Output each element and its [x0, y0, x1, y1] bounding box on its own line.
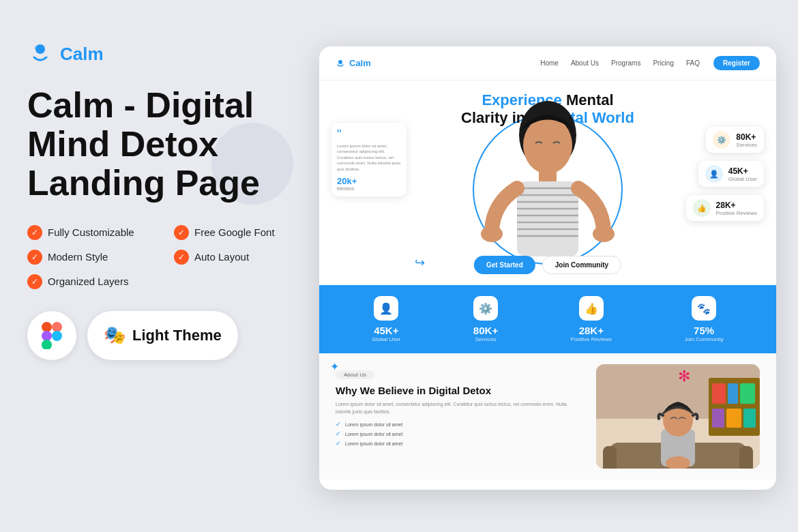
about-content: ✦ About Us Why We Believe in Digital Det…	[336, 364, 582, 469]
svg-rect-28	[740, 383, 755, 404]
stats-global-label: Global User	[372, 336, 400, 342]
meditation-person-svg	[479, 94, 616, 271]
stats-reviews-num: 28K+	[571, 325, 612, 336]
svg-rect-2	[42, 322, 52, 332]
site-logo: Calm	[336, 58, 371, 68]
about-section: ✦ About Us Why We Believe in Digital Det…	[319, 353, 776, 479]
figma-icon	[42, 322, 62, 349]
nav-pricing[interactable]: Pricing	[653, 59, 674, 67]
figma-badge	[27, 311, 76, 360]
about-list-item-3: Lorem ipsum dolor sit amet	[336, 440, 582, 447]
check-icon-4: ✓	[174, 250, 189, 265]
nav-links: Home About Us Programs Pricing FAQ	[540, 59, 700, 67]
about-person-image: ✻	[596, 364, 760, 469]
feature-label-4: Auto Layout	[194, 251, 249, 263]
quote-stat-num: 20k+	[337, 176, 401, 186]
svg-rect-3	[52, 322, 62, 332]
site-logo-text: Calm	[349, 58, 371, 68]
services-label: Services	[736, 142, 757, 148]
global-user-label: Global User	[728, 176, 757, 182]
stats-services-label: Services	[473, 336, 498, 342]
quote-text: Lorem ipsum dolor sit amet, consectetur …	[337, 143, 401, 172]
svg-point-7	[52, 331, 62, 341]
stats-bar: 👤 45K+ Global User ⚙️ 80K+ Services 👍 28…	[319, 285, 776, 353]
svg-point-8	[338, 60, 342, 64]
stats-reviews-icon: 👍	[579, 296, 604, 321]
quote-mark-icon: "	[337, 128, 401, 141]
stats-services-icon: ⚙️	[473, 296, 498, 321]
svg-point-10	[523, 117, 572, 174]
stats-global-icon: 👤	[374, 296, 398, 321]
calm-logo-icon	[27, 41, 53, 67]
svg-rect-34	[739, 446, 753, 469]
feature-modern-style: ✓ Modern Style	[27, 250, 167, 265]
feature-free-google-font: ✓ Free Google Font	[174, 225, 314, 240]
nav-about[interactable]: About Us	[571, 59, 599, 67]
features-grid: ✓ Fully Customizable ✓ Free Google Font …	[27, 225, 314, 289]
about-badge: About Us	[336, 370, 374, 379]
svg-rect-12	[517, 181, 578, 256]
main-title: Calm - Digital Mind Detox Landing Page	[27, 86, 314, 203]
reviews-num: 28K+	[716, 201, 757, 210]
stats-community-num: 75%	[684, 325, 723, 336]
stats-bar-community: 🐾 75% Join Community	[684, 296, 723, 342]
stat-card-reviews: 👍 28K+ Positive Reviews	[686, 195, 764, 221]
site-logo-icon	[336, 59, 345, 68]
get-started-button[interactable]: Get Started	[474, 256, 535, 274]
check-icon-2: ✓	[174, 225, 189, 240]
check-icon-5: ✓	[27, 274, 42, 289]
join-community-button[interactable]: Join Community	[542, 256, 621, 274]
reviews-icon: 👍	[693, 199, 711, 217]
services-icon: ⚙️	[713, 131, 730, 149]
arrow-decoration: ↪	[415, 255, 425, 270]
feature-organized-layers: ✓ Organized Layers	[27, 274, 167, 289]
right-panel: Calm Home About Us Programs Pricing FAQ …	[319, 46, 776, 490]
stat-card-global-user: 👤 45K+ Global User	[698, 161, 764, 187]
nav-programs[interactable]: Programs	[611, 59, 640, 67]
nav-home[interactable]: Home	[540, 59, 559, 67]
theme-icon: 🎭	[104, 325, 125, 346]
stats-bar-services: ⚙️ 80K+ Services	[473, 296, 498, 342]
quote-card: " Lorem ipsum dolor sit amet, consectetu…	[331, 123, 407, 196]
stat-card-services: ⚙️ 80K+ Services	[706, 127, 764, 153]
check-icon-1: ✓	[27, 225, 42, 240]
about-list-item-2: Lorem ipsum dolor sit amet	[336, 430, 582, 437]
check-icon-3: ✓	[27, 250, 42, 265]
user-icon: 👤	[705, 165, 723, 183]
sparkle-pink: ✻	[678, 368, 690, 385]
stats-global-num: 45K+	[372, 325, 400, 336]
stats-community-icon: 🐾	[692, 296, 716, 321]
feature-label-5: Organized Layers	[48, 276, 128, 287]
about-list: Lorem ipsum dolor sit amet Lorem ipsum d…	[336, 421, 582, 447]
theme-label: Light Theme	[132, 327, 222, 344]
global-user-num: 45K+	[728, 166, 757, 176]
svg-rect-27	[728, 383, 738, 404]
logo-area: Calm	[27, 41, 314, 67]
about-title: Why We Believe in Digital Detox	[336, 385, 582, 397]
hero-section: Experience Mental Clarity in a Digital W…	[319, 80, 776, 285]
left-panel: Calm Calm - Digital Mind Detox Landing P…	[27, 41, 314, 360]
stats-bar-reviews: 👍 28K+ Positive Reviews	[571, 296, 612, 342]
bottom-badges: 🎭 Light Theme	[27, 311, 314, 360]
site-nav: Calm Home About Us Programs Pricing FAQ …	[319, 46, 776, 80]
stats-bar-global-user: 👤 45K+ Global User	[372, 296, 400, 342]
hero-person-illustration	[479, 94, 616, 271]
feature-fully-customizable: ✓ Fully Customizable	[27, 225, 167, 240]
quote-stat-label: Mentors	[337, 186, 401, 191]
theme-badge: 🎭 Light Theme	[87, 311, 238, 360]
stats-community-label: Join Community	[684, 336, 723, 342]
stats-services-num: 80K+	[473, 325, 498, 336]
svg-point-21	[481, 226, 503, 242]
logo-text: Calm	[60, 44, 104, 65]
svg-point-1	[35, 46, 39, 50]
about-list-item-1: Lorem ipsum dolor sit amet	[336, 421, 582, 428]
register-button[interactable]: Register	[713, 56, 760, 70]
sparkle-blue: ✦	[330, 360, 339, 373]
nav-faq[interactable]: FAQ	[686, 59, 700, 67]
about-description: Lorem ipsum dolor sit amet, consectetur …	[336, 401, 582, 415]
svg-rect-26	[712, 383, 726, 404]
svg-rect-31	[743, 409, 756, 428]
svg-rect-30	[726, 409, 741, 428]
services-num: 80K+	[736, 132, 757, 142]
reviews-label: Positive Reviews	[716, 210, 757, 216]
